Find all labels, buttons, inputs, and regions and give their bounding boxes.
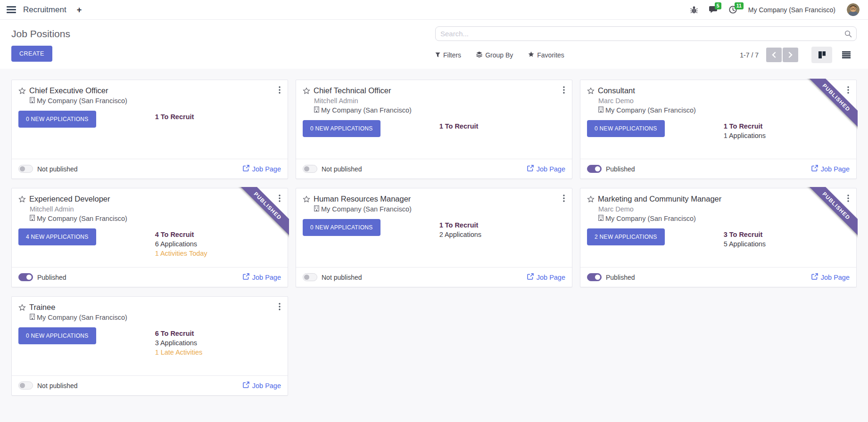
favorite-star-icon[interactable] <box>18 304 26 311</box>
favorite-star-icon[interactable] <box>18 87 26 95</box>
card-menu-button[interactable] <box>278 302 281 313</box>
activity-stat[interactable]: 1 Activities Today <box>155 249 207 258</box>
job-page-link[interactable]: Job Page <box>527 273 565 281</box>
applications-stat[interactable]: 2 Applications <box>439 230 481 239</box>
job-title[interactable]: Chief Technical Officer <box>314 86 391 95</box>
new-applications-button[interactable]: 4 NEW APPLICATIONS <box>18 228 96 245</box>
card-menu-button[interactable] <box>846 85 850 96</box>
app-name[interactable]: Recruitment <box>23 5 66 15</box>
kanban-view-button[interactable] <box>811 47 832 63</box>
activity-stat[interactable]: 1 Late Activities <box>155 348 203 357</box>
card-main-row: 0 NEW APPLICATIONS 1 To Recruit <box>18 111 281 130</box>
to-recruit-stat[interactable]: 3 To Recruit <box>724 230 766 239</box>
publish-status-label: Not published <box>322 165 362 173</box>
job-title[interactable]: Marketing and Community Manager <box>598 195 721 203</box>
group-by-button[interactable]: Group By <box>476 51 513 59</box>
applications-stat[interactable]: 1 Applications <box>724 131 766 140</box>
card-main-row: 0 NEW APPLICATIONS 6 To Recruit 3 Applic… <box>18 327 281 347</box>
list-view-button[interactable] <box>836 47 857 63</box>
new-applications-button[interactable]: 0 NEW APPLICATIONS <box>303 120 380 137</box>
favorite-star-icon[interactable] <box>303 195 310 203</box>
job-card[interactable]: Trainee My Company (San Francisco) 0 NEW… <box>11 296 288 396</box>
publish-control: Not published <box>303 165 362 173</box>
card-menu-button[interactable] <box>562 85 566 96</box>
job-page-link[interactable]: Job Page <box>243 381 281 390</box>
applications-stat[interactable]: 6 Applications <box>155 239 207 249</box>
job-page-link[interactable]: Job Page <box>811 273 850 281</box>
publish-toggle[interactable] <box>303 165 317 173</box>
job-card[interactable]: PUBLISHED Marketing and Community Manage… <box>580 188 857 287</box>
job-card[interactable]: PUBLISHED Consultant Marc Demo <box>580 80 857 179</box>
to-recruit-stat[interactable]: 6 To Recruit <box>155 329 203 338</box>
job-title[interactable]: Consultant <box>598 86 635 95</box>
search-icon[interactable] <box>844 30 852 40</box>
job-title[interactable]: Chief Executive Officer <box>29 86 108 95</box>
job-page-link[interactable]: Job Page <box>243 273 281 281</box>
messages-icon[interactable]: 5 <box>709 6 718 14</box>
publish-toggle[interactable] <box>587 165 602 173</box>
applications-stat[interactable]: 3 Applications <box>155 338 203 348</box>
favorites-button[interactable]: Favorites <box>528 51 564 59</box>
new-applications-button[interactable]: 0 NEW APPLICATIONS <box>303 219 380 236</box>
to-recruit-stat[interactable]: 4 To Recruit <box>155 230 207 239</box>
to-recruit-stat[interactable]: 1 To Recruit <box>439 122 479 131</box>
external-link-icon <box>811 273 818 281</box>
new-applications-button[interactable]: 0 NEW APPLICATIONS <box>587 120 665 137</box>
card-menu-button[interactable] <box>278 194 281 204</box>
card-main-row: 4 NEW APPLICATIONS 4 To Recruit 6 Applic… <box>18 228 281 248</box>
to-recruit-stat[interactable]: 1 To Recruit <box>155 112 194 122</box>
job-card[interactable]: PUBLISHED Experienced Developer Mitchell… <box>11 188 288 287</box>
publish-status-label: Not published <box>37 165 78 173</box>
job-page-link[interactable]: Job Page <box>243 165 281 173</box>
publish-status-label: Not published <box>322 274 362 281</box>
publish-toggle[interactable] <box>18 273 33 281</box>
job-card[interactable]: Chief Technical Officer Mitchell Admin M… <box>296 80 572 179</box>
user-avatar[interactable] <box>847 3 860 16</box>
toggle-knob <box>595 275 600 280</box>
publish-toggle[interactable] <box>18 381 33 390</box>
job-page-link[interactable]: Job Page <box>527 165 565 173</box>
publish-toggle[interactable] <box>18 165 33 173</box>
search-input[interactable] <box>435 26 857 41</box>
job-card[interactable]: Chief Executive Officer My Company (San … <box>11 80 288 179</box>
applications-stat[interactable]: 5 Applications <box>724 239 766 249</box>
to-recruit-stat[interactable]: 1 To Recruit <box>724 122 766 131</box>
debug-icon[interactable] <box>690 6 698 14</box>
job-title-row: Marketing and Community Manager <box>587 195 850 203</box>
publish-toggle[interactable] <box>587 273 602 281</box>
top-navbar: Recruitment + 5 1 <box>0 0 868 20</box>
new-applications-button[interactable]: 0 NEW APPLICATIONS <box>18 327 96 344</box>
favorite-star-icon[interactable] <box>587 195 595 203</box>
job-page-link[interactable]: Job Page <box>811 165 850 173</box>
job-title[interactable]: Experienced Developer <box>29 195 110 203</box>
create-button[interactable]: CREATE <box>11 46 52 62</box>
pager-previous-button[interactable] <box>766 48 782 62</box>
job-card-body: PUBLISHED Experienced Developer Mitchell… <box>12 188 288 267</box>
company-switcher[interactable]: My Company (San Francisco) <box>748 6 835 14</box>
to-recruit-stat[interactable]: 1 To Recruit <box>439 220 481 230</box>
job-title[interactable]: Trainee <box>29 303 55 312</box>
menu-toggle-icon[interactable] <box>7 5 16 15</box>
card-menu-button[interactable] <box>846 194 850 204</box>
favorite-star-icon[interactable] <box>587 87 595 95</box>
navbar-left: Recruitment + <box>7 5 82 15</box>
card-stats: 1 To Recruit <box>439 122 479 131</box>
new-applications-button[interactable]: 2 NEW APPLICATIONS <box>587 228 665 245</box>
activities-icon[interactable]: 11 <box>729 6 737 14</box>
favorite-star-icon[interactable] <box>18 195 26 203</box>
filter-icon <box>435 51 440 59</box>
search-bar <box>435 26 857 41</box>
publish-toggle[interactable] <box>303 273 317 281</box>
card-menu-button[interactable] <box>562 194 566 204</box>
plus-button[interactable]: + <box>77 6 82 14</box>
card-menu-button[interactable] <box>278 85 281 96</box>
job-card[interactable]: Human Resources Manager My Company (San … <box>296 188 572 287</box>
pager-next-button[interactable] <box>783 48 798 62</box>
card-stats: 1 To Recruit 2 Applications <box>439 220 481 239</box>
favorite-star-icon[interactable] <box>303 87 310 95</box>
publish-control: Published <box>18 273 66 281</box>
job-card-footer: Published Job Page <box>12 267 288 287</box>
new-applications-button[interactable]: 0 NEW APPLICATIONS <box>18 111 96 128</box>
filters-button[interactable]: Filters <box>435 51 461 59</box>
job-title[interactable]: Human Resources Manager <box>314 195 411 203</box>
